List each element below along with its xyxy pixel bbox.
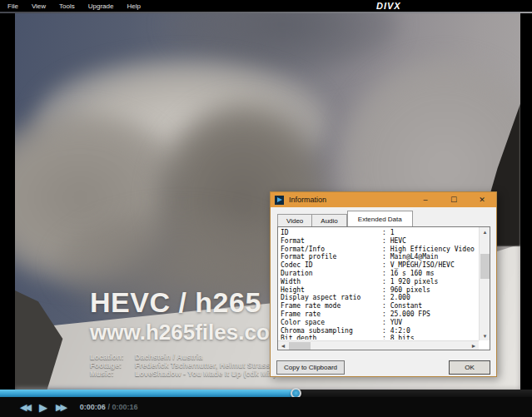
credit-label: Music:: [90, 370, 135, 378]
video-text-overlay: HEVC / h265 www.h265files.com Location: …: [90, 286, 289, 378]
seek-bar[interactable]: [0, 390, 532, 397]
credit-label: Footage:: [90, 361, 135, 370]
credit-value: Dachstein / Austria: [135, 353, 202, 361]
media-info-listbox[interactable]: ID: 1Format: HEVCFormat/Info: High Effic…: [277, 226, 490, 350]
ok-button[interactable]: OK: [449, 360, 490, 375]
info-field-row: ID: 1: [281, 229, 476, 237]
rewind-icon[interactable]: ◀◀: [20, 403, 29, 412]
tab-audio[interactable]: Audio: [312, 214, 346, 226]
window-controls: – ☐ ✕: [411, 192, 496, 207]
current-time: 0:00:06: [80, 403, 106, 411]
credit-value: Frederick Tschernutter, Helmut Strasser: [135, 361, 277, 370]
information-dialog: Information – ☐ ✕ Video Audio Extended D…: [270, 191, 497, 377]
scroll-right-icon[interactable]: ►: [469, 341, 479, 350]
vertical-scroll-thumb[interactable]: [480, 254, 490, 279]
vertical-scrollbar[interactable]: ▲ ▼: [479, 227, 490, 340]
video-title-text: HEVC / h265: [90, 286, 289, 319]
credit-row-footage: Footage: Frederick Tschernutter, Helmut …: [90, 361, 289, 370]
credit-row-location: Location: Dachstein / Austria: [90, 353, 289, 361]
info-field-row: Format/Info: High Efficiency Video C: [281, 246, 476, 254]
info-field-row: Bit depth: 8 bits: [281, 335, 476, 340]
info-field-row: Duration: 16 s 160 ms: [281, 270, 476, 278]
credit-label: Location:: [90, 353, 135, 361]
video-url-text: www.h265files.com: [90, 320, 289, 345]
credit-value: LoveShadow - You Made It Up (cdk Mix): [135, 370, 276, 378]
info-field-row: Frame rate mode: Constant: [281, 302, 476, 310]
tab-extended-data[interactable]: Extended Data: [347, 211, 413, 226]
time-separator: /: [107, 403, 110, 411]
total-time: 0:00:16: [112, 403, 137, 411]
menu-file[interactable]: File: [7, 2, 18, 10]
scroll-down-icon[interactable]: ▼: [480, 331, 490, 340]
minimize-button[interactable]: –: [411, 192, 440, 207]
dialog-title: Information: [289, 196, 326, 204]
seek-progress: [0, 390, 296, 397]
tab-strip: Video Audio Extended Data: [277, 211, 413, 226]
info-field-row: Height: 960 pixels: [281, 286, 476, 295]
play-app-icon: [275, 196, 284, 205]
info-field-row: Width: 1 920 pixels: [281, 278, 476, 286]
scroll-left-icon[interactable]: ◄: [278, 341, 288, 350]
tab-video[interactable]: Video: [277, 214, 312, 226]
video-credits: Location: Dachstein / Austria Footage: F…: [90, 353, 289, 378]
menu-tools[interactable]: Tools: [59, 2, 75, 10]
info-field-row: Color space: YUV: [281, 319, 476, 327]
time-display: 0:00:06 / 0:00:16: [80, 403, 138, 411]
menu-view[interactable]: View: [32, 2, 46, 10]
info-field-list: ID: 1Format: HEVCFormat/Info: High Effic…: [281, 229, 476, 340]
play-icon[interactable]: ▶: [39, 403, 47, 412]
copy-to-clipboard-button[interactable]: Copy to Clipboard: [276, 360, 345, 375]
info-field-row: Frame rate: 25.000 FPS: [281, 310, 476, 319]
horizontal-scroll-thumb[interactable]: [289, 342, 311, 350]
close-button[interactable]: ✕: [468, 192, 496, 207]
info-field-row: Display aspect ratio: 2.000: [281, 294, 476, 302]
credit-row-music: Music: LoveShadow - You Made It Up (cdk …: [90, 370, 289, 378]
divx-logo: DIVX: [376, 1, 401, 11]
fast-forward-icon[interactable]: ▶▶: [56, 403, 65, 412]
info-field-row: Chroma subsampling: 4:2:0: [281, 327, 476, 335]
playback-control-bar: ◀◀ ▶ ▶▶ 0:00:06 / 0:00:16: [0, 397, 532, 417]
scroll-up-icon[interactable]: ▲: [480, 227, 490, 236]
menu-upgrade[interactable]: Upgrade: [88, 2, 114, 10]
horizontal-scrollbar[interactable]: ◄ ►: [278, 340, 479, 350]
maximize-button[interactable]: ☐: [440, 192, 468, 207]
info-field-row: Format profile: Main@L4@Main: [281, 253, 476, 261]
player-window: File View Tools Upgrade Help DIVX HEVC /…: [0, 0, 532, 417]
dialog-titlebar[interactable]: Information – ☐ ✕: [271, 192, 496, 207]
info-field-row: Format: HEVC: [281, 237, 476, 246]
menu-help[interactable]: Help: [127, 2, 140, 10]
info-field-row: Codec ID: V_MPEGH/ISO/HEVC: [281, 261, 476, 270]
menu-bar: File View Tools Upgrade Help DIVX: [0, 0, 532, 12]
